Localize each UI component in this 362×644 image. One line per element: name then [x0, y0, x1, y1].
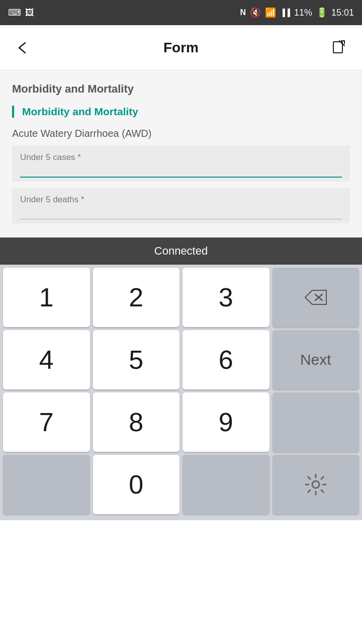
key-empty-left: [3, 455, 90, 514]
key-0[interactable]: 0: [93, 455, 180, 514]
keyboard-row-1: 1 2 3: [3, 268, 359, 327]
key-5[interactable]: 5: [93, 330, 180, 389]
page-title: Form: [163, 40, 199, 56]
key-3[interactable]: 3: [183, 268, 269, 327]
under5-cases-label: Under 5 cases *: [20, 152, 342, 163]
under5-cases-field[interactable]: Under 5 cases *: [12, 145, 350, 182]
key-2[interactable]: 2: [93, 268, 180, 327]
keyboard-row-2: 4 5 6 Next: [3, 330, 359, 389]
svg-rect-0: [333, 42, 342, 53]
under5-deaths-label: Under 5 deaths *: [20, 195, 342, 205]
key-9[interactable]: 9: [183, 392, 269, 452]
status-right: N 🔇 📶 ▐▐ 11% 🔋 15:01: [240, 7, 354, 18]
section-title: Morbidity and Mortality: [12, 83, 350, 96]
battery-icon: 🔋: [316, 7, 327, 18]
keyboard: 1 2 3 4 5 6 Next 7 8 9 0: [0, 265, 362, 520]
back-button[interactable]: [10, 35, 35, 60]
under5-deaths-field[interactable]: Under 5 deaths *: [12, 188, 350, 223]
top-bar: Form: [0, 25, 362, 70]
mute-icon: 🔇: [250, 7, 261, 18]
signal-icon: ▐▐: [280, 9, 290, 17]
key-4[interactable]: 4: [3, 330, 90, 389]
key-empty-mid: [183, 455, 269, 514]
battery-text: 11%: [294, 8, 312, 18]
key-gear[interactable]: [273, 455, 359, 514]
key-next[interactable]: Next: [273, 330, 359, 389]
image-icon: 🖼: [25, 8, 34, 18]
connected-bar: Connected: [0, 237, 362, 265]
group-title: Morbidity and Mortality: [22, 106, 138, 117]
key-7[interactable]: 7: [3, 392, 90, 452]
form-area: Morbidity and Mortality Morbidity and Mo…: [0, 70, 362, 237]
active-underline: [20, 177, 342, 178]
inactive-underline: [20, 219, 342, 219]
time-display: 15:01: [331, 8, 354, 18]
key-delete[interactable]: [273, 268, 359, 327]
key-1[interactable]: 1: [3, 268, 90, 327]
keyboard-row-3: 7 8 9: [3, 392, 359, 452]
share-button[interactable]: [327, 35, 352, 60]
n-icon: N: [240, 8, 246, 17]
keyboard-icon: ⌨: [8, 7, 21, 18]
section-group: Morbidity and Mortality: [12, 106, 350, 118]
keyboard-row-4: 0: [3, 455, 359, 514]
key-8[interactable]: 8: [93, 392, 180, 452]
wifi-icon: 📶: [265, 7, 276, 18]
connected-label: Connected: [154, 245, 208, 257]
status-bar: ⌨ 🖼 N 🔇 📶 ▐▐ 11% 🔋 15:01: [0, 0, 362, 25]
status-left: ⌨ 🖼: [8, 7, 34, 18]
subsection-title: Acute Watery Diarrhoea (AWD): [12, 128, 350, 139]
key-empty-right: [273, 392, 359, 452]
svg-point-1: [312, 481, 319, 488]
key-6[interactable]: 6: [183, 330, 269, 389]
